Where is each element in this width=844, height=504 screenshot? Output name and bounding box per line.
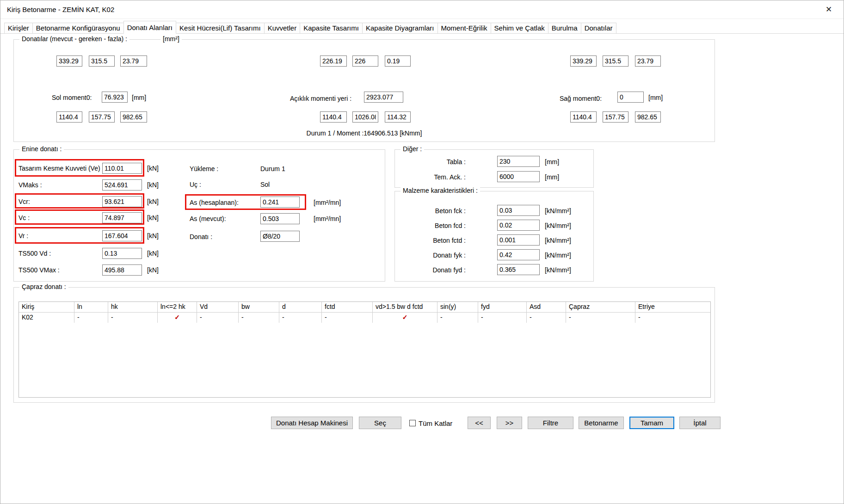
tab-8[interactable]: Sehim ve Çatlak [491,23,548,33]
beton-fcd-label: Beton fcd : [403,222,466,229]
sag-fazla-input[interactable] [635,55,661,67]
capraz-col-header-3: ln<=2 hk [158,302,197,313]
group-malzeme: Malzeme karakteristikleri : Beton fck : … [394,191,594,282]
sol-moment-unit: [mm] [132,94,146,101]
sol-row2-1-input[interactable] [56,111,82,123]
sol-moment-input[interactable] [102,92,128,103]
beton-fck-label: Beton fck : [403,207,466,215]
as-hesaplanan-unit: [mm²/mn] [314,199,341,206]
donati-input[interactable] [260,231,300,242]
capraz-cell-1: - [74,313,108,323]
vr-unit: [kN] [147,232,159,240]
capraz-col-header-0: Kiriş [19,302,74,313]
group-diger-label: Diğer : [400,145,424,153]
capraz-col-header-10: fyd [478,302,527,313]
aciklik-input[interactable] [364,92,403,103]
group-capraz-donati: Çapraz donatı : Kirişlnhkln<=2 hkVdbwdfc… [13,287,715,403]
donati-fyd-unit: [kN/mm²] [545,266,571,274]
group-donati-alanlari: Donatılar (mevcut - gereken - fazla) : [… [13,39,715,142]
tab-9[interactable]: Burulma [548,23,581,33]
beton-fcd-input[interactable] [497,220,540,231]
tab-0[interactable]: Kirişler [4,23,33,33]
sol-row2-2-input[interactable] [89,111,115,123]
vcr-input[interactable] [102,196,142,207]
sol-mevcut-input[interactable] [56,55,82,67]
orta-fazla-input[interactable] [385,55,411,67]
window-title: Kiriş Betonarme - ZEMİN KAT, K02 [7,6,114,13]
sag-moment-unit: [mm] [648,94,663,101]
close-button[interactable]: ✕ [820,4,837,16]
tab-1[interactable]: Betonarme Konfigürasyonu [32,23,124,33]
vr-label: Vr : [18,232,28,240]
beton-fck-input[interactable] [497,205,540,216]
capraz-data-row: K02--✓----✓----- [19,313,710,323]
ve-unit: [kN] [147,165,159,172]
donati-fyk-input[interactable] [497,249,540,260]
capraz-cell-11: - [527,313,566,323]
vr-input[interactable] [102,230,142,241]
tab-10[interactable]: Donatılar [581,23,616,33]
moment-status-line: Durum 1 / Moment :164906.513 [kNmm] [14,129,715,137]
as-mevcut-input[interactable] [260,213,300,224]
capraz-col-header-12: Çapraz [566,302,635,313]
sol-fazla-input[interactable] [120,55,147,67]
ts500-vd-input[interactable] [102,248,142,259]
donati-fyd-input[interactable] [497,264,540,275]
ve-input[interactable] [102,163,142,174]
tab-strip: KirişlerBetonarme KonfigürasyonuDonatı A… [0,22,844,34]
capraz-cell-0: K02 [19,313,74,323]
iptal-button[interactable]: İptal [679,417,721,429]
capraz-col-header-1: ln [74,302,108,313]
tabla-label: Tabla : [403,158,466,166]
tab-4[interactable]: Kuvvetler [264,23,301,33]
sol-row2-3-input[interactable] [120,111,147,123]
donati-hesap-makinesi-button[interactable]: Donatı Hesap Makinesi [271,417,353,429]
tem-ack-input[interactable] [497,171,540,182]
tab-3[interactable]: Kesit Hücresi(Lif) Tasarımı [176,23,265,33]
capraz-col-header-8: vd>1.5 bw d fctd [373,302,437,313]
tab-6[interactable]: Kapasite Diyagramları [362,23,438,33]
tabla-input[interactable] [497,156,540,167]
as-hesaplanan-input[interactable] [260,197,300,208]
sag-gereken-input[interactable] [603,55,628,67]
tamam-button[interactable]: Tamam [629,417,674,429]
ts500-vd-unit: [kN] [147,250,159,257]
sag-row2-3-input[interactable] [635,111,661,123]
betonarme-button[interactable]: Betonarme [579,417,624,429]
sec-button[interactable]: Seç [359,417,401,429]
sag-moment-input[interactable] [617,92,644,103]
vc-label: Vc : [18,214,30,221]
sag-mevcut-input[interactable] [570,55,597,67]
group-capraz-label: Çapraz donatı : [19,283,68,290]
orta-row2-3-input[interactable] [385,111,411,123]
orta-row2-2-input[interactable] [352,111,378,123]
sol-gereken-input[interactable] [89,55,115,67]
sag-row2-2-input[interactable] [603,111,628,123]
uc-value: Sol [260,181,270,188]
orta-gereken-input[interactable] [352,55,378,67]
sag-row2-1-input[interactable] [570,111,597,123]
yukleme-value: Durum 1 [260,165,285,172]
tab-2[interactable]: Donatı Alanları [123,21,176,34]
tem-ack-label: Tem. Ack. : [403,173,466,181]
orta-mevcut-input[interactable] [320,55,347,67]
next-button[interactable]: >> [497,417,522,429]
tab-7[interactable]: Moment-Eğrilik [437,23,491,33]
as-mevcut-unit: [mm²/mn] [314,215,341,222]
vmaks-input[interactable] [102,179,142,191]
donati-fyk-label: Donatı fyk : [403,252,466,259]
vcr-label: Vcr: [18,198,30,205]
prev-button[interactable]: << [468,417,491,429]
vc-input[interactable] [102,212,142,223]
aciklik-label: Açıklık momenti yeri : [290,95,351,102]
tum-katlar-checkbox[interactable] [409,420,416,426]
beton-fctd-input[interactable] [497,234,540,246]
ts500-vmax-unit: [kN] [147,266,159,274]
capraz-cell-10: - [478,313,527,323]
capraz-col-header-7: fctd [322,302,373,313]
filtre-button[interactable]: Filtre [528,417,573,429]
tab-5[interactable]: Kapasite Tasarımı [300,23,363,33]
tem-ack-unit: [mm] [545,173,559,181]
orta-row2-1-input[interactable] [320,111,347,123]
ts500-vmax-input[interactable] [102,264,142,276]
